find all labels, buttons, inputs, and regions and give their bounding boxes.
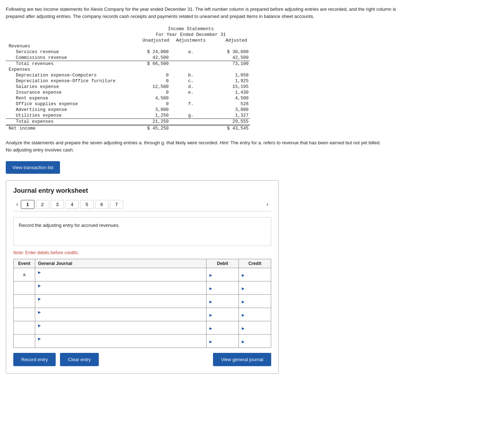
col-header-journal: General Journal [35,259,207,268]
credit-arrow-icon: ▶ [241,326,245,330]
row-unadj: 1,250 [131,113,172,119]
journal-debit-cell: ▶ [207,295,239,308]
col-header-debit: Debit [207,259,239,268]
journal-table-body: a▶▶▶▶▶▶▶▶▶▶▶▶▶▶▶▶▶▶ [14,268,271,348]
tab-5[interactable]: 5 [80,200,93,209]
journal-credit-cell: ▶ [239,281,271,295]
instruction-text: Record the adjusting entry for accrued r… [19,223,120,228]
journal-table-row: ▶▶▶ [14,335,271,348]
income-table-row: Advertising expense3,0003,000 [6,107,250,113]
row-label: Revenues [6,43,131,49]
journal-table-row: ▶▶▶ [14,308,271,321]
journal-debit-input[interactable] [213,326,236,331]
journal-debit-cell: ▶ [207,308,239,321]
journal-event-cell [14,295,35,308]
journal-account-cell: ▶ [35,268,207,281]
journal-credit-input[interactable] [245,339,268,344]
journal-account-input[interactable] [37,341,204,346]
journal-account-input[interactable] [37,315,204,320]
row-adjusted: 4,500 [209,95,250,101]
journal-event-cell [14,281,35,295]
row-label: Salaries expense [6,84,131,90]
row-unadj [131,43,172,49]
row-label: Total revenues [6,61,131,67]
journal-credit-input[interactable] [245,299,268,304]
debit-arrow-icon: ▶ [209,300,213,304]
row-adjusted: 1,430 [209,90,250,95]
row-adjusted: $ 43,545 [209,125,250,132]
journal-account-input[interactable] [37,288,204,293]
row-adj: f. [172,101,209,107]
journal-debit-input[interactable] [213,286,236,291]
journal-account-input[interactable] [37,328,204,333]
instruction-box: Record the adjusting entry for accrued r… [13,217,271,246]
row-adj: a. [172,49,209,55]
income-table-row: Expenses [6,67,250,73]
journal-credit-cell: ▶ [239,321,271,335]
journal-debit-input[interactable] [213,339,236,344]
journal-debit-input[interactable] [213,272,236,277]
row-adj [172,43,209,49]
journal-credit-cell: ▶ [239,268,271,281]
journal-credit-cell: ▶ [239,295,271,308]
row-adj: e. [172,90,209,95]
tab-3[interactable]: 3 [51,200,64,209]
row-unadj: 0 [131,78,172,84]
income-table-row: Office supplies expense0f.528 [6,101,250,107]
row-unadj: 3,000 [131,107,172,113]
journal-account-input[interactable] [37,302,204,307]
row-arrow-icon: ▶ [37,310,42,314]
col-header-adjusted: Adjusted [209,38,250,43]
debit-arrow-icon: ▶ [209,340,213,344]
row-adj [172,107,209,113]
row-label: Depreciation expense–Office furniture [6,78,131,84]
clear-entry-button[interactable]: Clear entry [60,353,99,366]
row-adjusted: 1,650 [209,73,250,78]
income-table-row: Depreciation expense–Office furniture0c.… [6,78,250,84]
journal-debit-input[interactable] [213,312,236,317]
journal-credit-input[interactable] [245,272,268,277]
tab-7[interactable]: 7 [110,200,123,209]
view-transaction-list-button[interactable]: View transaction list [6,161,60,174]
row-unadj: $ 24,000 [131,49,172,55]
income-table-row: Net income$ 45,250$ 43,545 [6,125,250,132]
journal-debit-input[interactable] [213,299,236,304]
journal-account-input[interactable] [37,275,204,280]
row-arrow-icon: ▶ [37,284,42,288]
tab-2[interactable]: 2 [36,200,49,209]
row-label: Total expenses [6,119,131,125]
record-entry-button[interactable]: Record entry [13,353,56,366]
tab-next-button[interactable]: › [264,200,271,209]
tab-prev-button[interactable]: ‹ [13,200,21,209]
table-header-row: Income Statements [6,26,250,32]
row-adjusted: $ 30,600 [209,49,250,55]
income-table-row: Total revenues$ 66,50073,100 [6,61,250,67]
journal-debit-cell: ▶ [207,335,239,348]
row-adjusted: 29,555 [209,119,250,125]
row-label: Advertising expense [6,107,131,113]
journal-credit-input[interactable] [245,286,268,291]
journal-credit-input[interactable] [245,326,268,331]
row-label: Utilities expense [6,113,131,119]
note-text: Note: Enter debits before credits. [13,250,271,255]
tab-1[interactable]: 1 [21,200,34,209]
journal-credit-cell: ▶ [239,335,271,348]
credit-arrow-icon: ▶ [241,313,245,317]
tabs-row: ‹ 1 2 3 4 5 6 7 › [13,200,271,211]
debit-arrow-icon: ▶ [209,326,213,330]
income-table-row: Depreciation expense–Computers0b.1,650 [6,73,250,78]
row-adjusted: 1,327 [209,113,250,119]
income-table-body: RevenuesServices revenue$ 24,000a.$ 30,6… [6,43,250,131]
row-adj: d. [172,84,209,90]
tab-4[interactable]: 4 [65,200,79,209]
intro-paragraph: Following are two income statements for … [6,6,401,20]
row-adjusted [209,67,250,73]
view-general-journal-button[interactable]: View general journal [213,353,271,366]
journal-credit-input[interactable] [245,312,268,317]
row-unadj [131,67,172,73]
table-col-headers: Unadjusted Adjustments Adjusted [6,38,250,43]
row-adjusted: 3,000 [209,107,250,113]
income-table-row: Salaries expense12,500d.15,195 [6,84,250,90]
row-adj: g. [172,113,209,119]
tab-6[interactable]: 6 [95,200,108,209]
